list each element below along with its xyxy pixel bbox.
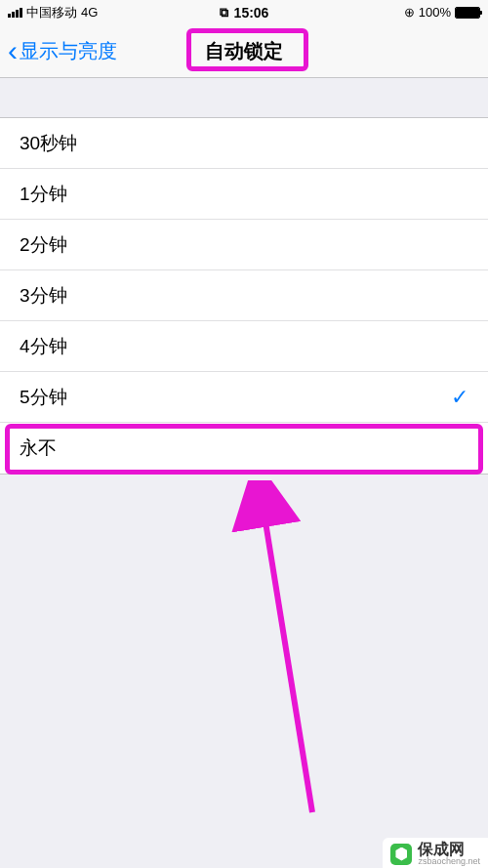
checkmark-icon: ✓: [451, 385, 468, 410]
option-label: 2分钟: [20, 232, 67, 258]
svg-line-1: [264, 510, 312, 812]
network-label: 4G: [81, 5, 98, 20]
back-label: 显示与亮度: [20, 38, 117, 64]
option-label: 30秒钟: [20, 131, 77, 156]
signal-icon: [8, 8, 22, 18]
option-label: 4分钟: [20, 334, 67, 359]
option-label: 3分钟: [20, 283, 67, 309]
status-left: 中国移动 4G: [8, 4, 98, 21]
option-label: 1分钟: [20, 182, 67, 207]
nav-bar: ‹ 显示与亮度 自动锁定: [0, 24, 488, 78]
watermark-logo-icon: [390, 844, 412, 865]
option-30s[interactable]: 30秒钟: [0, 118, 488, 169]
option-4min[interactable]: 4分钟: [0, 321, 488, 372]
option-1min[interactable]: 1分钟: [0, 169, 488, 220]
time-label: 15:06: [234, 5, 269, 21]
watermark: 保成网 zsbaocheng.net: [383, 838, 488, 868]
option-2min[interactable]: 2分钟: [0, 220, 488, 270]
link-icon: ⧉: [220, 5, 228, 21]
status-right: ⊕ 100%: [404, 5, 480, 20]
battery-percent: 100%: [419, 5, 451, 20]
chevron-left-icon: ‹: [8, 36, 18, 65]
watermark-title: 保成网: [418, 842, 480, 857]
option-3min[interactable]: 3分钟: [0, 270, 488, 321]
status-center: ⧉ 15:06: [220, 5, 269, 21]
option-label: 永不: [20, 435, 57, 461]
carrier-label: 中国移动: [26, 4, 77, 21]
battery-icon: [455, 7, 480, 19]
status-bar: 中国移动 4G ⧉ 15:06 ⊕ 100%: [0, 0, 488, 24]
back-button[interactable]: ‹ 显示与亮度: [0, 36, 117, 65]
option-never[interactable]: 永不: [0, 423, 488, 474]
annotation-arrow: [117, 480, 322, 822]
auto-lock-options: 30秒钟 1分钟 2分钟 3分钟 4分钟 5分钟 ✓ 永不: [0, 117, 488, 475]
option-label: 5分钟: [20, 385, 67, 410]
option-5min[interactable]: 5分钟 ✓: [0, 372, 488, 423]
watermark-url: zsbaocheng.net: [418, 857, 480, 866]
orientation-lock-icon: ⊕: [404, 5, 415, 20]
page-title: 自动锁定: [205, 38, 283, 64]
